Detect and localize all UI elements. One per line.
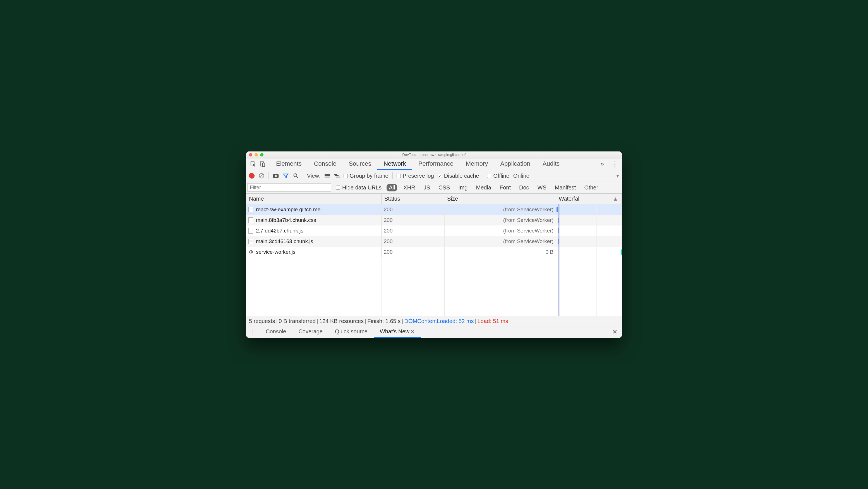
offline-checkbox[interactable]: Offline bbox=[487, 173, 509, 179]
panel-tab-performance[interactable]: Performance bbox=[412, 158, 460, 170]
svg-rect-13 bbox=[335, 175, 339, 176]
window-title: DevTools - react-sw-example.glitch.me/ bbox=[246, 152, 622, 157]
request-status: 200 bbox=[384, 206, 393, 213]
table-row[interactable]: main.8fb3a7b4.chunk.css200(from ServiceW… bbox=[246, 215, 622, 226]
svg-rect-10 bbox=[324, 175, 330, 176]
view-label: View: bbox=[307, 173, 321, 179]
requests-table-body: react-sw-example.glitch.me200(from Servi… bbox=[246, 204, 622, 316]
filter-type-ws[interactable]: WS bbox=[535, 184, 549, 192]
hide-data-urls-checkbox[interactable]: Hide data URLs bbox=[336, 184, 381, 191]
request-status: 200 bbox=[384, 217, 393, 223]
record-button[interactable] bbox=[249, 173, 254, 178]
request-name: service-worker.js bbox=[256, 249, 295, 255]
col-size[interactable]: Size bbox=[444, 194, 556, 204]
filter-type-doc[interactable]: Doc bbox=[517, 184, 531, 192]
waterfall-bar bbox=[557, 207, 558, 212]
drawer-menu-icon[interactable]: ⋮ bbox=[246, 328, 259, 335]
throttling-dropdown-icon[interactable]: ▾ bbox=[616, 172, 619, 179]
summary-resources: 124 KB resources bbox=[319, 318, 364, 324]
requests-table-header: Name Status Size Waterfall▲ bbox=[246, 194, 622, 204]
clear-button[interactable] bbox=[258, 173, 265, 179]
panel-tab-application[interactable]: Application bbox=[494, 158, 536, 170]
svg-rect-12 bbox=[334, 174, 337, 175]
network-toolbar: View: Group by frame Preserve log Disabl… bbox=[246, 170, 622, 182]
summary-bar: 5 requests| 0 B transferred| 124 KB reso… bbox=[246, 316, 622, 326]
request-status: 200 bbox=[384, 249, 393, 255]
settings-menu-icon[interactable]: ⋮ bbox=[608, 161, 622, 168]
drawer-tab-what-s-new[interactable]: What's New✕ bbox=[374, 326, 421, 338]
svg-rect-14 bbox=[336, 177, 340, 177]
throttling-select[interactable]: Online bbox=[513, 173, 529, 179]
waterfall-overview-icon[interactable] bbox=[334, 174, 340, 178]
svg-rect-11 bbox=[324, 177, 330, 177]
drawer-tab-console[interactable]: Console bbox=[259, 326, 292, 338]
panel-tab-memory[interactable]: Memory bbox=[460, 158, 494, 170]
summary-domcontentloaded: DOMContentLoaded: 52 ms bbox=[404, 318, 474, 324]
tab-close-icon[interactable]: ✕ bbox=[410, 328, 415, 335]
summary-requests: 5 requests bbox=[249, 318, 275, 324]
search-icon[interactable] bbox=[293, 173, 299, 179]
panel-tab-console[interactable]: Console bbox=[308, 158, 343, 170]
drawer-close-icon[interactable]: ✕ bbox=[608, 328, 622, 336]
svg-line-4 bbox=[260, 174, 263, 177]
col-name[interactable]: Name bbox=[246, 194, 381, 204]
file-icon bbox=[248, 228, 253, 234]
request-status: 200 bbox=[384, 228, 393, 234]
svg-rect-9 bbox=[324, 174, 330, 175]
panel-tab-sources[interactable]: Sources bbox=[342, 158, 377, 170]
request-size: (from ServiceWorker) bbox=[503, 228, 554, 234]
table-row[interactable]: service-worker.js2000 B bbox=[246, 247, 622, 257]
large-rows-icon[interactable] bbox=[324, 174, 330, 178]
more-tabs-icon[interactable]: » bbox=[597, 161, 608, 168]
capture-screenshot-icon[interactable] bbox=[273, 173, 279, 178]
gear-icon bbox=[248, 250, 253, 254]
preserve-log-checkbox[interactable]: Preserve log bbox=[397, 173, 434, 179]
summary-load: Load: 51 ms bbox=[477, 318, 508, 324]
filter-type-manifest[interactable]: Manifest bbox=[553, 184, 578, 192]
drawer-tabbar: ⋮ ConsoleCoverageQuick sourceWhat's New✕… bbox=[246, 326, 622, 338]
group-by-frame-checkbox[interactable]: Group by frame bbox=[344, 173, 389, 179]
table-row[interactable]: 2.7fdd42b7.chunk.js200(from ServiceWorke… bbox=[246, 226, 622, 236]
panel-tab-audits[interactable]: Audits bbox=[536, 158, 566, 170]
device-toolbar-icon[interactable] bbox=[259, 161, 266, 167]
panel-tab-network[interactable]: Network bbox=[377, 158, 412, 170]
table-row[interactable]: react-sw-example.glitch.me200(from Servi… bbox=[246, 204, 622, 215]
col-status[interactable]: Status bbox=[381, 194, 444, 204]
panel-tab-elements[interactable]: Elements bbox=[270, 158, 308, 170]
main-panel-tabbar: ElementsConsoleSourcesNetworkPerformance… bbox=[246, 159, 622, 170]
file-icon bbox=[248, 207, 253, 212]
filter-input[interactable] bbox=[247, 183, 331, 192]
request-name: 2.7fdd42b7.chunk.js bbox=[256, 228, 303, 234]
summary-transferred: 0 B transferred bbox=[279, 318, 316, 324]
request-size: (from ServiceWorker) bbox=[503, 238, 554, 244]
summary-finish: Finish: 1.65 s bbox=[367, 318, 401, 324]
filter-icon[interactable] bbox=[283, 173, 289, 179]
sort-asc-icon: ▲ bbox=[613, 196, 618, 202]
waterfall-bar bbox=[621, 250, 622, 255]
request-name: react-sw-example.glitch.me bbox=[256, 206, 320, 213]
svg-point-6 bbox=[275, 175, 277, 177]
request-name: main.8fb3a7b4.chunk.css bbox=[256, 217, 316, 223]
svg-line-8 bbox=[297, 177, 298, 178]
filter-type-xhr[interactable]: XHR bbox=[401, 184, 417, 192]
filter-type-img[interactable]: Img bbox=[456, 184, 470, 192]
filter-type-js[interactable]: JS bbox=[422, 184, 432, 192]
filter-type-all[interactable]: All bbox=[386, 184, 397, 192]
file-icon bbox=[248, 218, 253, 223]
request-status: 200 bbox=[384, 238, 393, 244]
request-size: (from ServiceWorker) bbox=[503, 206, 554, 213]
drawer-tab-coverage[interactable]: Coverage bbox=[292, 326, 329, 338]
filter-type-font[interactable]: Font bbox=[497, 184, 513, 192]
filter-type-media[interactable]: Media bbox=[474, 184, 493, 192]
filter-bar: Hide data URLs AllXHRJSCSSImgMediaFontDo… bbox=[246, 182, 622, 194]
drawer-tab-quick-source[interactable]: Quick source bbox=[329, 326, 374, 338]
svg-rect-2 bbox=[262, 163, 265, 167]
request-size: (from ServiceWorker) bbox=[503, 217, 554, 223]
col-waterfall[interactable]: Waterfall▲ bbox=[556, 194, 622, 204]
table-row[interactable]: main.3cd46163.chunk.js200(from ServiceWo… bbox=[246, 236, 622, 247]
disable-cache-checkbox[interactable]: Disable cache bbox=[438, 173, 479, 179]
request-size: 0 B bbox=[545, 249, 554, 255]
filter-type-css[interactable]: CSS bbox=[436, 184, 452, 192]
filter-type-other[interactable]: Other bbox=[582, 184, 600, 192]
inspect-element-icon[interactable] bbox=[250, 161, 256, 167]
